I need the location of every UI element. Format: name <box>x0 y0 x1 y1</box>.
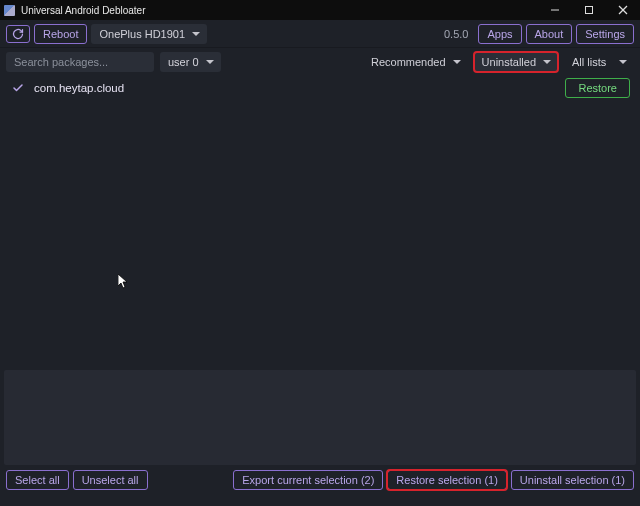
check-icon <box>12 82 24 94</box>
list-select-value: All lists <box>572 56 606 68</box>
search-input[interactable] <box>6 52 154 72</box>
export-selection-label: Export current selection (2) <box>242 473 374 487</box>
svg-rect-1 <box>586 7 593 14</box>
restore-label: Restore <box>578 81 617 95</box>
uninstall-selection-label: Uninstall selection (1) <box>520 473 625 487</box>
device-select[interactable]: OnePlus HD1901 <box>91 24 207 44</box>
window-title: Universal Android Debloater <box>21 5 146 16</box>
restore-selection-button[interactable]: Restore selection (1) <box>387 470 507 490</box>
window-close-button[interactable] <box>606 0 640 20</box>
category-select[interactable]: Recommended <box>363 52 468 72</box>
package-row[interactable]: com.heytap.cloud Restore <box>0 76 640 100</box>
refresh-button[interactable] <box>6 25 30 43</box>
version-label: 0.5.0 <box>444 28 468 40</box>
chevron-down-icon <box>192 32 200 36</box>
export-selection-button[interactable]: Export current selection (2) <box>233 470 383 490</box>
reboot-label: Reboot <box>43 27 78 41</box>
window-maximize-button[interactable] <box>572 0 606 20</box>
chevron-down-icon <box>453 60 461 64</box>
select-all-label: Select all <box>15 473 60 487</box>
restore-button[interactable]: Restore <box>565 78 630 98</box>
select-all-button[interactable]: Select all <box>6 470 69 490</box>
category-select-value: Recommended <box>371 56 446 68</box>
top-toolbar: Reboot OnePlus HD1901 0.5.0 Apps About S… <box>0 20 640 48</box>
filter-bar: user 0 Recommended Uninstalled All lists <box>0 48 640 76</box>
chevron-down-icon <box>619 60 627 64</box>
window-minimize-button[interactable] <box>538 0 572 20</box>
user-select-value: user 0 <box>168 56 199 68</box>
log-pane <box>4 370 636 465</box>
unselect-all-label: Unselect all <box>82 473 139 487</box>
chevron-down-icon <box>206 60 214 64</box>
bottom-bar: Select all Unselect all Export current s… <box>0 465 640 495</box>
reboot-button[interactable]: Reboot <box>34 24 87 44</box>
restore-selection-label: Restore selection (1) <box>396 473 498 487</box>
user-select[interactable]: user 0 <box>160 52 221 72</box>
cursor-icon <box>118 274 130 290</box>
window-titlebar: Universal Android Debloater <box>0 0 640 20</box>
settings-label: Settings <box>585 27 625 41</box>
apps-label: Apps <box>487 27 512 41</box>
settings-button[interactable]: Settings <box>576 24 634 44</box>
state-select[interactable]: Uninstalled <box>474 52 558 72</box>
refresh-icon <box>12 28 24 40</box>
about-button[interactable]: About <box>526 24 573 44</box>
uninstall-selection-button[interactable]: Uninstall selection (1) <box>511 470 634 490</box>
package-list: com.heytap.cloud Restore <box>0 76 640 370</box>
about-label: About <box>535 27 564 41</box>
apps-button[interactable]: Apps <box>478 24 521 44</box>
list-select[interactable]: All lists <box>564 52 634 72</box>
package-name: com.heytap.cloud <box>34 82 555 94</box>
state-select-value: Uninstalled <box>482 56 536 68</box>
app-icon <box>4 5 15 16</box>
unselect-all-button[interactable]: Unselect all <box>73 470 148 490</box>
chevron-down-icon <box>543 60 551 64</box>
device-select-value: OnePlus HD1901 <box>99 28 185 40</box>
